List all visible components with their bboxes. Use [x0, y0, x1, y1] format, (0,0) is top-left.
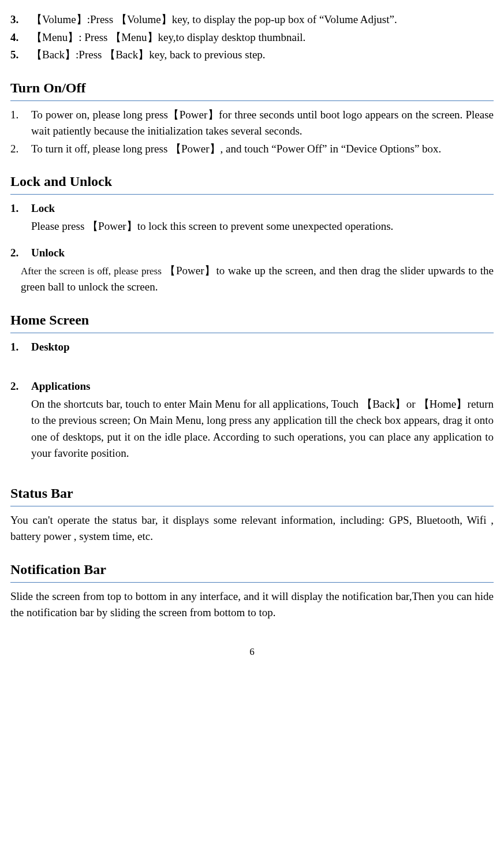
- lock-item-num: 1.: [10, 200, 31, 217]
- page-number: 6: [10, 644, 494, 659]
- top-item-3-text: 【Volume】:Press 【Volume】key, to display t…: [31, 12, 494, 28]
- desktop-item-title: Desktop: [31, 339, 494, 356]
- top-item-5: 5. 【Back】:Press 【Back】key, back to previ…: [10, 47, 494, 64]
- applications-item: 2. Applications: [10, 378, 494, 395]
- top-item-5-num: 5.: [10, 47, 31, 64]
- desktop-item-num: 1.: [10, 339, 31, 356]
- top-item-4-text: 【Menu】: Press 【Menu】key,to display deskt…: [31, 29, 494, 46]
- top-item-5-text: 【Back】:Press 【Back】key, back to previous…: [31, 47, 494, 64]
- unlock-item-lead: After the screen is off, please press: [21, 266, 165, 277]
- rule-notification-bar: [10, 582, 494, 583]
- top-item-4: 4. 【Menu】: Press 【Menu】key,to display de…: [10, 29, 494, 46]
- desktop-item: 1. Desktop: [10, 339, 494, 356]
- unlock-item-title: Unlock: [31, 245, 494, 262]
- turn-on-off-item-2: 2. To turn it off, please long press 【Po…: [10, 141, 494, 158]
- rule-status-bar: [10, 506, 494, 506]
- status-bar-body: You can't operate the status bar, it dis…: [10, 512, 494, 545]
- rule-turn-on-off: [10, 100, 494, 101]
- rule-home-screen: [10, 333, 494, 333]
- top-item-4-num: 4.: [10, 29, 31, 46]
- lock-item-body: Please press 【Power】to lock this screen …: [31, 218, 494, 235]
- heading-status-bar: Status Bar: [10, 483, 494, 504]
- turn-on-off-item-1: 1. To power on, please long press【Power】…: [10, 107, 494, 140]
- turn-on-off-item-2-num: 2.: [10, 141, 31, 158]
- rule-lock-unlock: [10, 194, 494, 195]
- lock-item: 1. Lock: [10, 200, 494, 217]
- turn-on-off-list: 1. To power on, please long press【Power】…: [10, 107, 494, 158]
- lock-item-title: Lock: [31, 200, 494, 217]
- top-item-3: 3. 【Volume】:Press 【Volume】key, to displa…: [10, 12, 494, 28]
- applications-item-title: Applications: [31, 378, 494, 395]
- top-item-3-num: 3.: [10, 12, 31, 28]
- applications-item-num: 2.: [10, 378, 31, 395]
- heading-turn-on-off: Turn On/Off: [10, 77, 494, 98]
- unlock-item-num: 2.: [10, 245, 31, 262]
- top-key-list: 3. 【Volume】:Press 【Volume】key, to displa…: [10, 12, 494, 64]
- heading-lock-unlock: Lock and Unlock: [10, 171, 494, 192]
- heading-home-screen: Home Screen: [10, 310, 494, 330]
- turn-on-off-item-2-text: To turn it off, please long press 【Power…: [31, 141, 494, 158]
- unlock-item-body: After the screen is off, please press 【P…: [21, 263, 494, 296]
- applications-item-body: On the shortcuts bar, touch to enter Mai…: [31, 396, 494, 462]
- turn-on-off-item-1-text: To power on, please long press【Power】for…: [31, 107, 494, 140]
- unlock-item: 2. Unlock: [10, 245, 494, 262]
- notification-bar-body: Slide the screen from top to bottom in a…: [10, 588, 494, 621]
- turn-on-off-item-1-num: 1.: [10, 107, 31, 140]
- heading-notification-bar: Notification Bar: [10, 559, 494, 580]
